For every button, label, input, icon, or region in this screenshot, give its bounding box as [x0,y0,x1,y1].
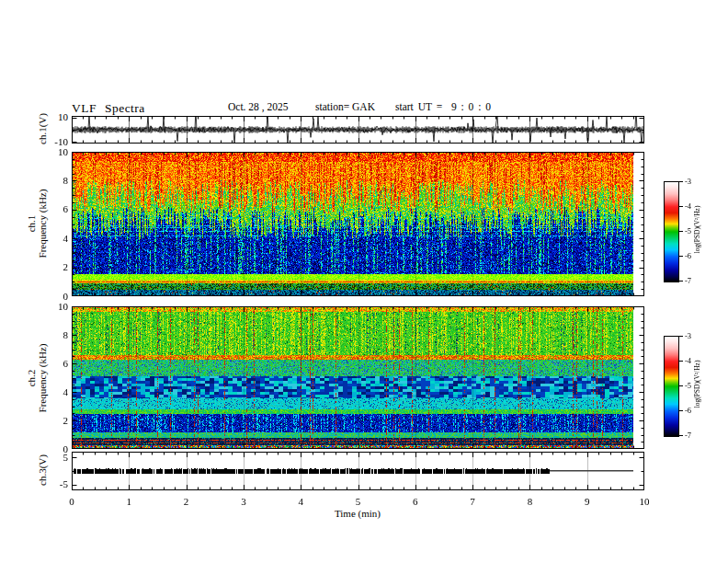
ch2-axis-line2: Frequency (kHz) [37,306,48,451]
ch2_spec-y-tick-label: 10 [37,301,68,312]
figure-date: Oct. 28 , 2025 [228,101,288,112]
colorbar-tick [679,410,683,411]
ch1-axis-line2: Frequency (kHz) [37,152,48,296]
ch2-spectrogram-panel [72,306,644,449]
ch2-frequency-axis-label: ch.2 Frequency (kHz) [26,306,48,451]
ch3-y-tick-label: 5 [37,452,68,463]
ch1_spec-y-tick-label: 2 [37,261,68,272]
colorbar-tick-label: -4 [685,201,691,211]
colorbar-tick-label: -5 [685,381,691,390]
vlf-spectra-figure: VLF Spectra Oct. 28 , 2025 station= GAK … [0,0,728,563]
ch2_spec-y-tick-label: 4 [37,386,68,397]
ch3-status-frame [72,452,644,490]
colorbar-tick [679,181,683,182]
ch3-y-tick-label: -5 [37,478,68,489]
ch1-frequency-axis-label: ch.1 Frequency (kHz) [26,152,48,296]
ch1-waveform-panel [72,116,644,144]
station-label: station= GAK [315,101,375,112]
colorbar-tick [679,231,683,232]
ch2-spectrogram-frame [72,306,644,449]
ch1_spec-y-tick-label: 4 [37,233,68,244]
ch1-spectrogram-frame [72,152,644,296]
colorbar-ch2-unit-label: log(PSD)(V²/Hz) [693,346,701,423]
ch1-axis-line1: ch.1 [26,152,37,296]
x-tick-label: 7 [454,496,491,507]
colorbar-tick-label: -4 [685,356,691,365]
ch2-axis-line1: ch.2 [26,306,37,451]
colorbar-ch1 [664,181,679,282]
x-tick-label: 8 [511,496,548,507]
ch1-waveform-frame [72,116,644,144]
x-tick-label: 0 [53,496,90,507]
colorbar-ch1-unit-label: log(PSD)(V²/Hz) [693,191,701,269]
colorbar-ch2 [664,336,679,437]
colorbar-tick-label: -3 [685,177,691,186]
colorbar-tick [679,361,683,362]
ch1_spec-y-tick-label: 6 [37,203,68,214]
x-tick-label: 1 [110,496,147,507]
x-tick-label: 10 [626,496,663,507]
ch1_spec-y-tick-label: 8 [37,175,68,186]
x-tick-label: 3 [225,496,262,507]
colorbar-tick [679,435,683,436]
ch1_wave-y-tick-label: 10 [37,111,68,122]
colorbar-tick-label: -5 [685,226,691,236]
ch1_spec-y-tick-label: 10 [37,146,68,157]
ch1-spectrogram-panel [72,152,644,296]
x-tick-label: 5 [340,496,377,507]
x-tick-label: 6 [397,496,434,507]
start-ut-label: start UT = 9 : 0 : 0 [395,101,491,112]
colorbar-tick-label: -3 [685,331,691,340]
colorbar-tick [679,281,683,282]
time-axis-label: Time (min) [293,508,422,519]
colorbar-tick-label: -6 [685,251,691,260]
ch2_spec-y-tick-label: 8 [37,329,68,340]
figure-title: VLF Spectra [72,101,145,116]
x-tick-label: 4 [282,496,319,507]
ch3-status-panel [72,452,644,490]
ch2_spec-y-tick-label: 2 [37,415,68,426]
colorbar-tick-label: -7 [685,276,691,285]
ch2_spec-y-tick-label: 6 [37,358,68,369]
x-tick-label: 9 [569,496,606,507]
colorbar-tick [679,336,683,337]
x-tick-label: 2 [168,496,205,507]
colorbar-tick-label: -6 [685,406,691,415]
colorbar-tick [679,206,683,207]
colorbar-tick [679,385,683,386]
colorbar-tick-label: -7 [685,431,691,440]
colorbar-tick [679,256,683,257]
